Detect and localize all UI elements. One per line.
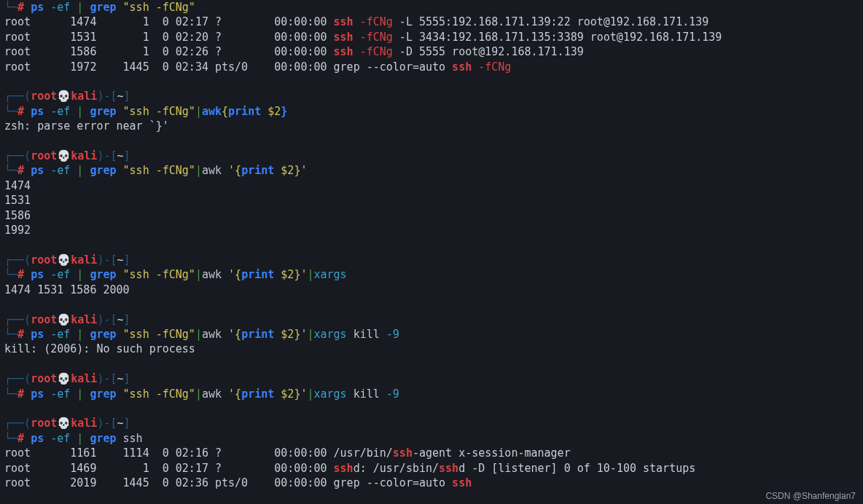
- tok: ssh: [393, 446, 413, 460]
- tok: root: [31, 313, 57, 326]
- tok: 💀: [57, 313, 71, 326]
- txt: 1474: [4, 179, 31, 192]
- txt: -D 5555 root@192.168.171.139: [393, 45, 584, 58]
- tok: #: [17, 432, 24, 445]
- tok: ~: [117, 417, 123, 430]
- ps-row: root 2019 1445 0 02:36 pts/0 00:00:00: [4, 476, 334, 489]
- tok: "ssh -fCNg": [123, 328, 195, 341]
- tok: 💀: [57, 90, 71, 103]
- tok: xargs: [313, 387, 346, 401]
- tok: grep: [90, 268, 116, 281]
- tok: ': [228, 387, 235, 401]
- terminal[interactable]: └─# ps -ef | grep "ssh -fCNg" root 1474 …: [0, 0, 863, 490]
- tok: |: [195, 164, 202, 177]
- tok: -ef: [50, 105, 70, 118]
- tok: )-[: [97, 372, 117, 385]
- tok: {: [235, 387, 241, 401]
- tok: |: [195, 387, 202, 401]
- tok: ssh: [452, 476, 472, 489]
- tok: ~: [117, 90, 123, 103]
- tok: -9: [386, 328, 399, 341]
- tok: awk: [202, 387, 222, 401]
- tok: ssh: [334, 45, 354, 58]
- tok: "ssh -fCNg": [123, 268, 195, 281]
- txt: /usr/bin/: [334, 446, 393, 460]
- tok: {: [235, 328, 241, 341]
- tok: |: [77, 105, 83, 118]
- tok: #: [17, 164, 24, 177]
- txt: -L 5555:192.168.171.139:22 root@192.168.…: [393, 15, 708, 28]
- tok: grep: [90, 164, 116, 177]
- tok: }: [281, 105, 287, 118]
- tok: print: [241, 164, 274, 177]
- tok: grep: [90, 387, 116, 401]
- ps-row: root 1161 1114 0 02:16 ? 00:00:00: [4, 446, 334, 460]
- tok: -fCNg: [360, 45, 393, 58]
- tok: "ssh -fCNg": [123, 387, 195, 401]
- tok: xargs: [313, 328, 346, 341]
- tok: ssh: [334, 31, 354, 44]
- tok: "ssh -fCNg": [123, 105, 195, 118]
- tok: $2: [281, 268, 294, 281]
- ps-row: root 1474 1 0 02:17 ? 00:00:00: [4, 15, 334, 28]
- tok: -fCNg: [360, 15, 393, 28]
- txt: kill: (2006): No such process: [4, 342, 195, 355]
- tok: )-[: [97, 313, 117, 326]
- tok: ssh: [439, 462, 458, 475]
- tok: ~: [117, 313, 123, 326]
- tok: ': [228, 164, 235, 177]
- tok: awk: [202, 164, 222, 177]
- tok: print: [241, 268, 274, 281]
- tok: -ef: [50, 432, 70, 445]
- tok: -ef: [50, 1, 70, 14]
- tok: kali: [71, 90, 97, 103]
- tok: grep: [90, 105, 116, 118]
- tok: #: [17, 105, 24, 118]
- tok: {: [222, 105, 228, 118]
- tok: |: [77, 1, 83, 14]
- tok: grep: [90, 1, 116, 14]
- tok: #: [17, 1, 24, 14]
- tok: ps: [31, 105, 44, 118]
- txt: grep --color=auto: [334, 476, 453, 489]
- ps-row: root 1469 1 0 02:17 ? 00:00:00: [4, 462, 334, 475]
- tok: kali: [71, 149, 97, 162]
- tok: $2: [281, 328, 294, 341]
- tok: )-[: [97, 253, 117, 267]
- tok: -fCNg: [478, 60, 511, 74]
- watermark: CSDN @Shanfenglan7: [765, 491, 856, 501]
- tok: -9: [386, 387, 399, 401]
- tok: $2: [281, 387, 294, 401]
- tok: ssh: [452, 60, 472, 74]
- tok: ]: [124, 149, 130, 162]
- tok: ~: [117, 149, 123, 162]
- tok: |: [77, 432, 83, 445]
- tok: root: [31, 253, 57, 267]
- tok: ~: [117, 372, 123, 385]
- tok: "ssh -fCNg": [123, 164, 195, 177]
- tok: ]: [124, 417, 130, 430]
- txt: 1992: [4, 224, 31, 237]
- tok: ~: [117, 253, 123, 267]
- tok: 💀: [57, 417, 71, 430]
- tok: kill: [354, 328, 380, 341]
- tok: ps: [31, 164, 44, 177]
- tok: -ef: [50, 328, 70, 341]
- tok: root: [31, 417, 57, 430]
- tok: #: [17, 268, 24, 281]
- ps-row: root 1531 1 0 02:20 ? 00:00:00: [4, 31, 334, 44]
- tok: |: [195, 268, 202, 281]
- tok: #: [17, 387, 24, 401]
- tok: 💀: [57, 253, 71, 267]
- tok: -ef: [50, 164, 70, 177]
- tok: ': [228, 268, 235, 281]
- tok: ┌──(: [4, 313, 31, 326]
- tok: ': [300, 164, 307, 177]
- tok: ]: [124, 253, 130, 267]
- tok: awk: [202, 105, 222, 118]
- tok: 💀: [57, 372, 71, 385]
- tok: 💀: [57, 149, 71, 162]
- tok: |: [77, 164, 83, 177]
- tok: root: [31, 90, 57, 103]
- tok: ]: [124, 372, 130, 385]
